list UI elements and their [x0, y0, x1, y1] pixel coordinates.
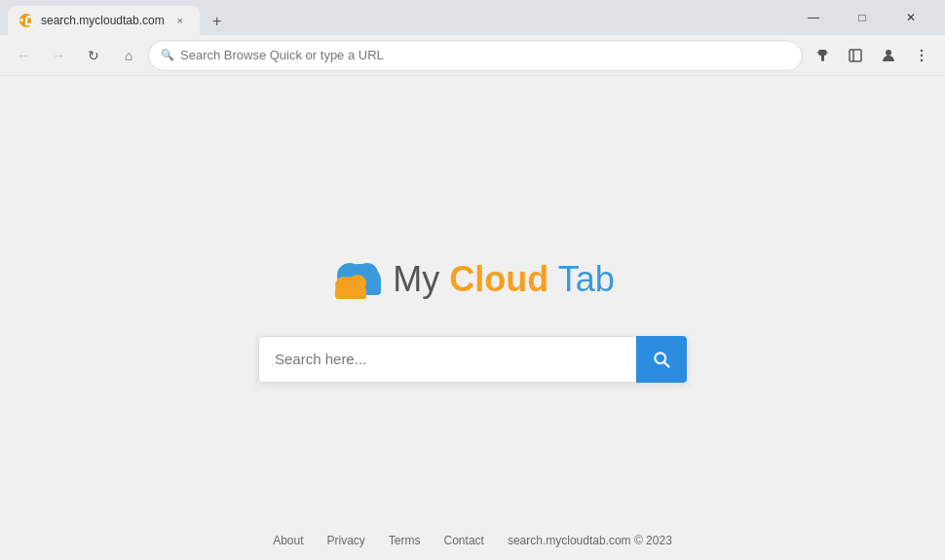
- browser-window: search.mycloudtab.com × + — □ ✕ ← → ↻ ⌂ …: [0, 0, 945, 560]
- title-bar: search.mycloudtab.com × + — □ ✕: [0, 0, 945, 35]
- logo-text: My Cloud Tab: [393, 259, 614, 300]
- close-button[interactable]: ✕: [888, 0, 933, 35]
- search-input[interactable]: [258, 336, 636, 383]
- footer-privacy-link[interactable]: Privacy: [327, 534, 365, 547]
- logo-cloud: Cloud: [449, 259, 548, 299]
- tab-title: search.mycloudtab.com: [41, 14, 165, 27]
- svg-point-7: [921, 58, 923, 60]
- footer-contact-link[interactable]: Contact: [444, 534, 484, 547]
- tab-favicon-icon: [19, 14, 33, 27]
- footer-copyright: search.mycloudtab.com © 2023: [508, 534, 672, 547]
- forward-button[interactable]: →: [43, 40, 74, 71]
- nav-actions: [807, 40, 937, 71]
- logo-icon: [330, 254, 389, 305]
- window-controls: — □ ✕: [791, 0, 937, 35]
- footer-terms-link[interactable]: Terms: [389, 534, 421, 547]
- search-icon: [652, 350, 671, 369]
- logo-tab: Tab: [548, 259, 614, 299]
- extensions-button[interactable]: [807, 40, 838, 71]
- maximize-button[interactable]: □: [840, 0, 885, 35]
- footer: About Privacy Terms Contact search.myclo…: [0, 521, 945, 560]
- address-input[interactable]: [180, 48, 790, 62]
- active-tab[interactable]: search.mycloudtab.com ×: [8, 6, 200, 35]
- tab-close-button[interactable]: ×: [172, 13, 188, 28]
- new-tab-button[interactable]: +: [204, 8, 231, 35]
- logo-my: My: [393, 259, 449, 299]
- nav-bar: ← → ↻ ⌂ 🔍: [0, 35, 945, 76]
- svg-point-6: [921, 54, 923, 56]
- svg-point-4: [886, 50, 891, 56]
- svg-point-5: [921, 49, 923, 51]
- logo-area: My Cloud Tab: [330, 254, 614, 305]
- svg-rect-15: [335, 287, 366, 299]
- svg-point-1: [20, 19, 23, 21]
- tab-strip: search.mycloudtab.com × +: [8, 0, 791, 35]
- footer-about-link[interactable]: About: [273, 534, 303, 547]
- refresh-button[interactable]: ↻: [78, 40, 109, 71]
- sidebar-button[interactable]: [840, 40, 871, 71]
- svg-rect-2: [850, 50, 861, 61]
- page-content: My Cloud Tab About Privacy Terms Contact…: [0, 76, 945, 560]
- lock-icon: 🔍: [161, 49, 174, 61]
- address-bar[interactable]: 🔍: [148, 40, 803, 71]
- back-button[interactable]: ←: [8, 40, 39, 71]
- menu-button[interactable]: [906, 40, 937, 71]
- home-button[interactable]: ⌂: [113, 40, 144, 71]
- minimize-button[interactable]: —: [791, 0, 836, 35]
- svg-line-17: [664, 361, 669, 366]
- search-box: [258, 336, 687, 383]
- profile-button[interactable]: [873, 40, 904, 71]
- search-button[interactable]: [636, 336, 687, 383]
